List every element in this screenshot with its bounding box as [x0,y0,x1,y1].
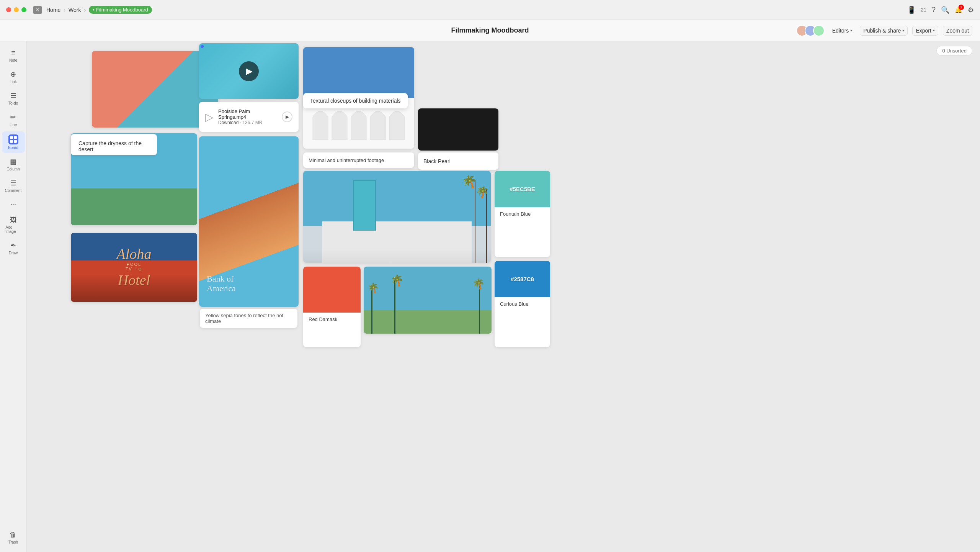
trash-icon: 🗑 [10,531,16,539]
avatar [813,25,825,36]
sidebar-item-comment[interactable]: ☰ Comment [2,176,25,196]
device-count: 21 [921,7,926,13]
sidebar-item-link[interactable]: ⊕ Link [2,67,25,87]
filename: Poolside Palm Springs.mp4 [218,108,277,120]
zoom-button[interactable]: Zoom out [943,26,972,36]
red-damask-label: Red Damask [303,313,361,326]
minimize-button[interactable] [14,7,19,12]
sidebar-item-more[interactable]: ··· [2,197,25,211]
notification-bell[interactable]: 🔔2 [955,6,962,13]
header-right-actions: Editors ▾ Publish & share ▾ Export ▾ Zoo… [796,25,972,36]
breadcrumb-work[interactable]: Work [69,7,81,13]
sidebar: ≡ Note ⊕ Link ☰ To-do ✏ Line Board ▦ Col… [0,41,27,552]
todo-icon: ☰ [10,92,16,100]
unsorted-badge: 0 Unsorted [936,46,972,56]
chevron-down-icon: ▾ [850,28,852,33]
sidebar-item-todo[interactable]: ☰ To-do [2,88,25,108]
breadcrumb-home[interactable]: Home [46,7,60,13]
editors-button[interactable]: Editors ▾ [829,26,856,35]
fullscreen-button[interactable] [21,7,26,12]
fountain-blue-block[interactable]: #5EC5BE Fountain Blue [495,171,550,257]
file-icon: ▷ [205,111,214,123]
minimal-footage-card[interactable]: Minimal and uninterrupted footage [303,152,414,168]
sidebar-item-draw[interactable]: ✒ Draw [2,238,25,258]
pool-video-image[interactable]: ▶ [199,43,299,99]
breadcrumb: Home › Work › Filmmaking Moodboard [46,6,152,14]
help-icon[interactable]: ? [932,6,936,14]
blue-hex: #2587C8 [511,276,534,282]
trash-button[interactable]: 🗑 Trash [5,528,22,547]
sidebar-item-board[interactable]: Board [2,131,25,153]
header-bar: Filmmaking Moodboard Editors ▾ Publish &… [0,20,980,41]
sidebar-item-add-image[interactable]: 🖼 Add image [2,213,25,237]
line-icon: ✏ [10,113,16,121]
app-icon: ✕ [33,6,42,14]
curious-blue-block[interactable]: #2587C8 Curious Blue [495,261,550,347]
comment-icon: ☰ [10,179,16,187]
canvas[interactable]: 0 Unsorted Capture the dryness of the de… [27,41,980,552]
chevron-down-icon: ▾ [902,28,904,33]
file-meta: Download · 136.7 MB [218,120,277,125]
file-info: Poolside Palm Springs.mp4 Download · 136… [218,108,277,125]
draw-icon: ✒ [10,241,16,250]
play-icon: ▶ [246,66,253,76]
fountain-blue-label: Fountain Blue [495,207,550,221]
sepia-note[interactable]: Yellow sepia tones to reflect the hot cl… [200,309,297,328]
chevron-down-icon: ▾ [933,28,935,33]
titlebar-icons: 📱 21 ? 🔍 🔔2 ⚙ [907,6,974,14]
page-title: Filmmaking Moodboard [451,26,529,34]
file-card[interactable]: ▷ Poolside Palm Springs.mp4 Download · 1… [199,102,299,132]
active-tab[interactable]: Filmmaking Moodboard [89,6,152,14]
black-pearl-image[interactable] [418,108,498,151]
titlebar: ✕ Home › Work › Filmmaking Moodboard 📱 2… [0,0,980,20]
sidebar-item-note[interactable]: ≡ Note [2,46,25,66]
traffic-lights [6,7,26,12]
textural-tooltip: Textural closeups of building materials [303,93,408,108]
notification-count: 2 [959,5,964,10]
play-button[interactable]: ▶ [239,61,259,81]
device-icon[interactable]: 📱 [907,6,916,14]
publish-share-button[interactable]: Publish & share ▾ [860,26,908,36]
note-icon: ≡ [11,49,15,57]
settings-icon[interactable]: ⚙ [968,6,974,14]
close-button[interactable] [6,7,11,12]
palms-blue-image[interactable]: 🌴 🌴 🌴 [364,267,492,334]
desert-dryness-note[interactable]: Capture the dryness of the desert [71,134,157,155]
avatar-group [796,25,825,36]
sidebar-item-line[interactable]: ✏ Line [2,110,25,130]
midcentury-house-image[interactable]: 🌴 🌴 [303,171,491,263]
file-play-button[interactable]: ▶ [282,111,292,122]
board-icon [8,134,18,144]
export-button[interactable]: Export ▾ [912,26,938,36]
column-icon: ▦ [10,157,16,166]
add-image-icon: 🖼 [10,216,17,224]
curious-blue-label: Curious Blue [495,297,550,311]
aloha-hotel-image[interactable]: Aloha POOL TV · ⊕ Hotel [71,233,197,302]
more-icon: ··· [10,200,16,208]
black-pearl-label: Black Pearl [418,152,498,170]
sidebar-item-column[interactable]: ▦ Column [2,154,25,174]
teal-hex: #5EC5BE [510,186,535,192]
red-damask-block[interactable]: Red Damask [303,267,361,347]
bank-building-image[interactable]: Bank of America [199,136,299,307]
pin-indicator [201,45,204,48]
link-icon: ⊕ [10,70,16,79]
search-icon[interactable]: 🔍 [941,6,949,14]
